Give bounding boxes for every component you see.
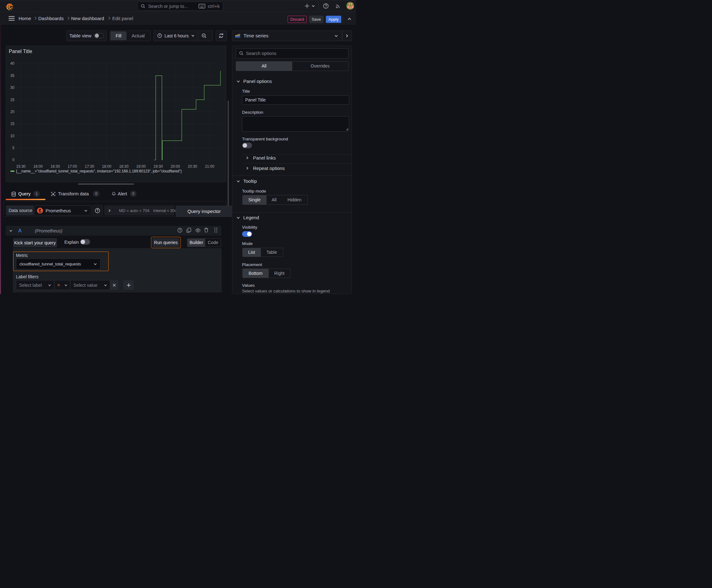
svg-text:18:30: 18:30 [119,164,128,169]
svg-text:16:30: 16:30 [50,164,60,169]
svg-text:35: 35 [10,74,15,78]
svg-text:{__name__="cloudflared_tunnel_: {__name__="cloudflared_tunnel_total_requ… [16,169,182,173]
svg-text:30: 30 [10,85,15,90]
svg-text:15:30: 15:30 [16,164,25,169]
svg-text:20: 20 [10,110,15,114]
svg-text:18:00: 18:00 [102,164,111,169]
svg-text:15: 15 [10,122,15,126]
svg-text:10: 10 [10,134,15,138]
svg-text:19:00: 19:00 [136,164,146,169]
svg-text:19:30: 19:30 [153,164,163,169]
svg-text:20:30: 20:30 [188,164,197,169]
svg-text:16:00: 16:00 [33,164,43,169]
svg-text:17:00: 17:00 [67,164,77,169]
svg-text:40: 40 [10,61,15,66]
svg-text:5: 5 [12,146,15,150]
svg-text:25: 25 [10,98,15,102]
svg-text:21:00: 21:00 [205,164,214,169]
svg-text:17:30: 17:30 [85,164,94,169]
svg-text:20:00: 20:00 [170,164,180,169]
svg-text:0: 0 [12,158,15,162]
